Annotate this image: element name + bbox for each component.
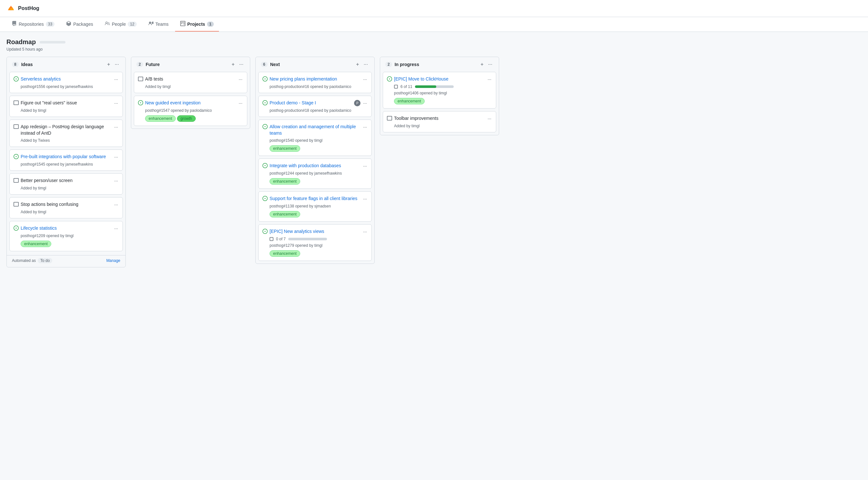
- card-allow-creation: Allow creation and management of multipl…: [258, 119, 372, 156]
- ideas-menu-button[interactable]: ···: [114, 61, 120, 68]
- card-allow-creation-menu[interactable]: ···: [363, 124, 368, 130]
- card-move-to-clickhouse-menu[interactable]: ···: [487, 76, 492, 82]
- draft-icon-3: [13, 178, 19, 184]
- card-lifecycle-statistics-menu[interactable]: ···: [114, 225, 119, 232]
- automated-as-text: Automated as: [12, 259, 36, 263]
- progress-text-clickhouse: 6 of 11: [400, 84, 412, 89]
- card-stop-actions-meta: Added by timgl: [13, 210, 119, 214]
- card-integrate-db-tags: enhancement: [262, 178, 368, 184]
- page-content: Roadmap Updated 5 hours ago 8 Ideas + ··…: [0, 32, 868, 280]
- future-menu-button[interactable]: ···: [238, 61, 245, 68]
- column-in-progress-count: 2: [385, 62, 392, 67]
- enhancement-tag-flags: enhancement: [270, 211, 300, 217]
- card-toolbar-improvements-menu[interactable]: ···: [487, 115, 492, 122]
- card-feature-flags-title[interactable]: Support for feature flags in all client …: [270, 196, 361, 202]
- growth-tag-guided: growth: [177, 115, 196, 122]
- card-real-users-meta: Added by timgl: [13, 108, 119, 113]
- card-better-person-screen: Better person/user screen ··· Added by t…: [9, 173, 123, 195]
- card-serverless-analytics-meta: posthog#1556 opened by jamesefhawkins: [13, 84, 119, 89]
- column-ideas-title: Ideas: [21, 62, 103, 67]
- enhancement-tag: enhancement: [21, 241, 51, 247]
- tab-repositories-count: 33: [46, 22, 55, 27]
- card-allow-creation-meta: posthog#1540 opened by timgl: [262, 138, 368, 143]
- column-in-progress-header: 2 In progress + ···: [380, 57, 499, 72]
- manage-link[interactable]: Manage: [106, 259, 120, 263]
- card-better-person-menu[interactable]: ···: [114, 177, 119, 184]
- card-guided-ingestion-title[interactable]: New guided event ingestion: [145, 100, 236, 106]
- tab-repositories[interactable]: Repositories 33: [6, 17, 60, 32]
- card-lifecycle-statistics-title[interactable]: Lifecycle statistics: [21, 225, 112, 232]
- column-future-cards: A/B tests ··· Added by timgl New guided …: [131, 72, 250, 129]
- card-guided-ingestion: New guided event ingestion ··· posthog#1…: [134, 96, 247, 126]
- open-issue-icon-db: [262, 163, 268, 169]
- card-new-analytics-views-title[interactable]: [EPIC] New analytics views: [270, 229, 361, 235]
- card-stop-actions-title: Stop actions being confusing: [21, 201, 112, 208]
- column-next-actions: + ···: [355, 61, 369, 68]
- card-allow-creation-title[interactable]: Allow creation and management of multipl…: [270, 124, 361, 136]
- card-integrate-db-menu[interactable]: ···: [363, 163, 368, 169]
- svg-rect-1: [394, 85, 398, 88]
- card-serverless-analytics-menu[interactable]: ···: [114, 76, 119, 82]
- open-issue-icon-pricing: [262, 76, 268, 82]
- card-feature-flags-tags: enhancement: [262, 211, 368, 217]
- card-lifecycle-statistics-meta: posthog#1209 opened by timgl: [13, 234, 119, 238]
- open-issue-icon: [13, 76, 19, 82]
- card-move-to-clickhouse-title[interactable]: [EPIC] Move to ClickHouse: [394, 76, 485, 82]
- card-serverless-analytics-title[interactable]: Serverless analytics: [21, 76, 112, 82]
- column-in-progress-cards: [EPIC] Move to ClickHouse ··· 6 of 11 po…: [380, 72, 499, 135]
- card-guided-ingestion-meta: posthog#1547 opened by paolodamico: [138, 108, 243, 113]
- add-ideas-button[interactable]: +: [106, 61, 111, 68]
- tab-projects[interactable]: Projects 1: [175, 17, 219, 32]
- card-stop-actions-menu[interactable]: ···: [114, 201, 119, 208]
- card-new-pricing: New pricing plans implementation ··· pos…: [258, 72, 372, 93]
- column-future-count: 2: [136, 62, 143, 67]
- card-prebuilt-integrations-title[interactable]: Pre-built integrations with popular soft…: [21, 154, 112, 160]
- card-feature-flags-menu[interactable]: ···: [363, 196, 368, 202]
- card-new-pricing-menu[interactable]: ···: [363, 76, 368, 82]
- card-real-users-title: Figure out "real users" issue: [21, 100, 112, 106]
- card-new-analytics-views-progress: 0 of 7: [262, 237, 368, 241]
- enhancement-tag-guided: enhancement: [145, 115, 176, 122]
- repo-icon: [11, 21, 17, 27]
- card-guided-ingestion-menu[interactable]: ···: [238, 100, 243, 106]
- next-menu-button[interactable]: ···: [363, 61, 369, 68]
- card-ab-tests-menu[interactable]: ···: [238, 76, 243, 82]
- draft-icon-2: [13, 124, 19, 130]
- card-new-analytics-views: [EPIC] New analytics views ··· 0 of 7 po…: [258, 224, 372, 261]
- card-product-demo-title[interactable]: Product demo - Stage I: [270, 100, 351, 106]
- column-next: 6 Next + ··· New pricing plans implement…: [255, 57, 375, 264]
- card-new-analytics-views-menu[interactable]: ···: [363, 229, 368, 235]
- tab-packages[interactable]: Packages: [61, 17, 98, 32]
- column-next-count: 6: [261, 62, 268, 67]
- add-future-button[interactable]: +: [230, 61, 236, 68]
- card-product-demo: Product demo - Stage I P ··· posthog-pro…: [258, 96, 372, 117]
- card-lifecycle-statistics: Lifecycle statistics ··· posthog#1209 op…: [9, 221, 123, 251]
- enhancement-tag-teams: enhancement: [270, 145, 300, 152]
- open-issue-icon-guided: [138, 100, 143, 106]
- column-ideas-footer: Automated as To do Manage: [7, 255, 125, 267]
- card-product-demo-menu[interactable]: ···: [363, 100, 368, 106]
- svg-rect-0: [270, 237, 273, 241]
- avatar-paolodamico: P: [354, 100, 361, 106]
- open-issue-icon-teams: [262, 124, 268, 130]
- add-in-progress-button[interactable]: +: [479, 61, 485, 68]
- add-next-button[interactable]: +: [355, 61, 360, 68]
- card-app-redesign-meta: Added by Twixes: [13, 138, 119, 143]
- card-new-pricing-title[interactable]: New pricing plans implementation: [270, 76, 361, 82]
- card-app-redesign: App redesign – PostHog design language i…: [9, 119, 123, 147]
- in-progress-menu-button[interactable]: ···: [487, 61, 494, 68]
- open-issue-icon-2: [13, 154, 19, 160]
- tab-people[interactable]: People 12: [100, 17, 142, 32]
- app-title: PostHog: [18, 5, 39, 11]
- column-ideas-count: 8: [12, 62, 19, 67]
- card-integrate-db-title[interactable]: Integrate with production databases: [270, 163, 361, 169]
- card-allow-creation-tags: enhancement: [262, 145, 368, 152]
- column-future-title: Future: [146, 62, 228, 67]
- tab-teams[interactable]: Teams: [143, 17, 174, 32]
- page-title-row: Roadmap: [6, 38, 862, 46]
- card-prebuilt-integrations-menu[interactable]: ···: [114, 154, 119, 160]
- card-real-users-menu[interactable]: ···: [114, 100, 119, 106]
- app-header: PostHog: [0, 0, 868, 17]
- card-app-redesign-menu[interactable]: ···: [114, 124, 119, 130]
- card-ab-tests: A/B tests ··· Added by timgl: [134, 72, 247, 93]
